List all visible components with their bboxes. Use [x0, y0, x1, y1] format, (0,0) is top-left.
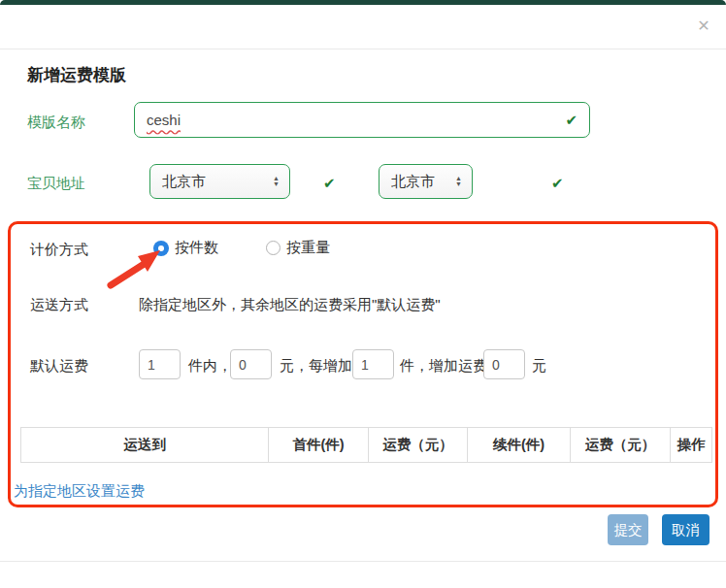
shipping-method-note: 除指定地区外，其余地区的运费采用"默认运费" [139, 296, 441, 314]
set-region-fee-link[interactable]: 为指定地区设置运费 [14, 482, 145, 501]
region-fee-table: 运送到 首件(件) 运费（元） 续件(件) 运费（元） 操作 [20, 427, 712, 463]
within-count-input[interactable] [139, 349, 181, 379]
province-select-value: 北京市 [162, 173, 206, 191]
base-fee-input[interactable] [230, 349, 272, 379]
header-divider [0, 49, 726, 49]
pricing-method-label: 计价方式 [30, 241, 88, 259]
shipping-method-label: 运送方式 [30, 296, 88, 314]
select-arrows-icon: ▲ ▼ [259, 176, 280, 187]
col-actions: 操作 [671, 428, 712, 463]
default-fee-label: 默认运费 [30, 357, 88, 376]
increment-fee-input[interactable] [483, 349, 525, 379]
annotation-arrow-icon [105, 247, 165, 290]
close-icon[interactable]: ✕ [693, 16, 714, 37]
city-select-value: 北京市 [391, 173, 435, 191]
province-select[interactable]: 北京市 ▲ ▼ [149, 164, 290, 199]
page-top-bar [0, 0, 726, 5]
footer-divider [0, 561, 726, 562]
cancel-button[interactable]: 取消 [662, 514, 710, 545]
select-arrows-icon: ▲ ▼ [442, 176, 462, 187]
default-fee-text-4: 元 [532, 357, 546, 376]
col-next-count: 续件(件) [468, 428, 571, 463]
radio-by-weight-label: 按重量 [286, 239, 330, 257]
check-icon: ✔ [565, 112, 578, 129]
item-address-label: 宝贝地址 [27, 175, 85, 193]
increment-count-input[interactable] [352, 349, 394, 379]
template-name-label: 模版名称 [27, 114, 85, 132]
template-name-input[interactable]: ceshi ✔ [134, 102, 590, 138]
check-icon: ✔ [323, 175, 336, 192]
default-fee-text-1: 件内， [188, 357, 232, 376]
default-fee-text-3: 件，增加运费 [400, 357, 487, 376]
arrow-down-icon: ▼ [455, 181, 462, 187]
modal-title: 新增运费模版 [27, 64, 126, 86]
radio-off-icon [266, 241, 280, 255]
submit-button[interactable]: 提交 [608, 514, 648, 545]
highlight-box: 计价方式 按件数 按重量 运送方式 除指定地区外，其余地区的运费采用"默认运费"… [8, 221, 718, 507]
template-name-value: ceshi [147, 112, 181, 128]
arrow-down-icon: ▼ [273, 181, 280, 187]
default-fee-text-2: 元，每增加 [280, 357, 352, 376]
col-first-fee: 运费（元） [369, 428, 468, 463]
check-icon: ✔ [551, 175, 564, 192]
col-next-fee: 运费（元） [571, 428, 671, 463]
radio-by-quantity-label: 按件数 [175, 239, 218, 257]
city-select[interactable]: 北京市 ▲ ▼ [379, 164, 473, 199]
table-header-row: 运送到 首件(件) 运费（元） 续件(件) 运费（元） 操作 [21, 428, 712, 463]
radio-by-weight[interactable]: 按重量 [266, 239, 330, 257]
col-first-count: 首件(件) [269, 428, 369, 463]
col-ship-to: 运送到 [21, 428, 269, 463]
